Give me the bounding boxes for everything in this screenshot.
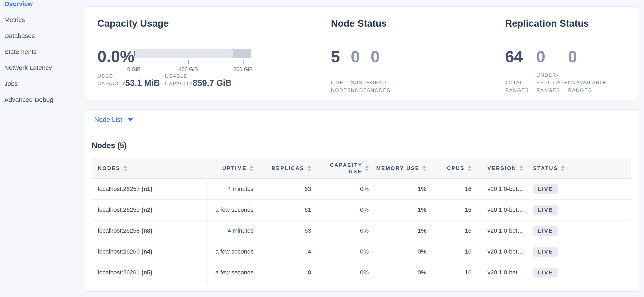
column-header-status[interactable]: STATUS (526, 158, 631, 178)
cpus-cell: 16 (431, 221, 476, 241)
column-header-capacity-use[interactable]: CAPACITY USE (316, 158, 374, 178)
capacity-use-cell: 0% (316, 200, 374, 220)
replication-status-section: Replication Status 64TOTAL RANGES0UNDER-… (505, 18, 633, 29)
version-cell: v20.1.0-bet… (476, 241, 526, 262)
sort-arrows-icon (422, 165, 426, 171)
stat-live-nodes: 5LIVE NODES (331, 48, 351, 94)
node-address-cell: localhost:26260(n4) (92, 241, 208, 262)
overview-page: { "sidebar": { "items": [ { "label": "Ov… (0, 0, 644, 297)
capacity-use-cell: 0% (316, 262, 374, 283)
column-header-cpus[interactable]: CPUS (431, 158, 476, 178)
status-badge: LIVE (533, 247, 558, 257)
table-row-localhost-26258[interactable]: localhost:26258(n3)4 minutes630%1%16v20.… (92, 221, 631, 241)
table-row-localhost-26260[interactable]: localhost:26260(n4)a few seconds40%0%16v… (92, 241, 631, 262)
cpus-cell: 16 (431, 200, 476, 220)
nodes-table-body: localhost:26257(n1)4 minutes630%1%16v20.… (92, 179, 631, 283)
node-id: (n4) (142, 248, 152, 255)
status-badge: LIVE (533, 226, 558, 236)
nodes-table-title: Nodes (5) (92, 141, 127, 150)
node-list-dropdown-label: Node List (94, 116, 122, 124)
status-cell: LIVE (526, 241, 631, 262)
status-cell: LIVE (526, 179, 631, 199)
node-status-section: Node Status 5LIVE NODES0SUSPECT NODES0DE… (331, 18, 480, 29)
usable-capacity-label: USABLE CAPACITY (165, 72, 190, 87)
node-list-selector-bar: Node List (85, 110, 639, 130)
sidebar-item-jobs[interactable]: Jobs (4, 80, 85, 88)
stat-label-total-ranges: TOTAL RANGES (505, 79, 536, 94)
nodes-table: NODESUPTIMEREPLICASCAPACITY USEMEMORY US… (92, 158, 631, 283)
column-header-uptime[interactable]: UPTIME (208, 158, 258, 178)
node-address: localhost:26257 (98, 186, 140, 192)
sort-arrows-icon (250, 165, 254, 171)
sidebar-item-advanced-debug[interactable]: Advanced Debug (4, 96, 85, 104)
column-header-label: CAPACITY USE (330, 162, 362, 175)
stat-label-under-replicated-ranges: UNDER-REPLICATED RANGES (536, 71, 568, 94)
node-address: localhost:26261 (98, 269, 140, 276)
uptime-cell: a few seconds (208, 262, 258, 283)
table-row-localhost-26259[interactable]: localhost:26259(n2)a few seconds610%1%16… (92, 200, 631, 221)
axis-label-0-gib: 0 GiB (127, 66, 141, 72)
column-header-memory-use[interactable]: MEMORY USE (374, 158, 431, 178)
stat-total-ranges: 64TOTAL RANGES (505, 48, 536, 94)
version-cell: v20.1.0-bet… (476, 200, 526, 220)
version-cell: v20.1.0-bet… (476, 179, 526, 199)
used-capacity-value: 53.1 MiB (125, 78, 160, 87)
column-header-version[interactable]: VERSION (476, 158, 526, 178)
sidebar-item-network-latency[interactable]: Network Latency (4, 64, 85, 72)
stat-value-under-replicated-ranges: 0 (536, 48, 568, 65)
capacity-use-cell: 0% (316, 179, 374, 199)
used-capacity-label: USED CAPACITY (98, 72, 122, 87)
memory-use-cell: 0% (374, 262, 431, 283)
sidebar-item-statements[interactable]: Statements (4, 48, 85, 56)
node-id: (n3) (142, 227, 152, 234)
sort-arrows-icon (520, 165, 523, 171)
status-cell: LIVE (526, 200, 631, 220)
column-header-label: UPTIME (222, 165, 247, 171)
status-cell: LIVE (526, 262, 631, 283)
stat-label-live-nodes: LIVE NODES (331, 79, 351, 94)
node-status-stats: 5LIVE NODES0SUSPECT NODES0DEAD NODES (331, 48, 390, 94)
axis-label-400-gib: 400 GiB (179, 66, 198, 72)
table-row-localhost-26257[interactable]: localhost:26257(n1)4 minutes630%1%16v20.… (92, 179, 631, 200)
uptime-cell: a few seconds (208, 241, 258, 262)
capacity-use-cell: 0% (316, 221, 374, 241)
replicas-cell: 61 (258, 200, 316, 220)
node-address-cell: localhost:26258(n3) (92, 221, 208, 241)
sidebar-item-metrics[interactable]: Metrics (4, 16, 85, 24)
replicas-cell: 63 (258, 221, 316, 241)
axis-tick (161, 60, 161, 64)
stat-suspect-nodes: 0SUSPECT NODES (351, 48, 370, 94)
sidebar-item-overview[interactable]: Overview (4, 0, 85, 8)
sort-arrows-icon (123, 165, 127, 171)
column-header-label: CPUS (447, 165, 465, 171)
column-header-label: STATUS (533, 165, 558, 171)
column-header-label: VERSION (488, 165, 516, 171)
stat-label-dead-nodes: DEAD NODES (370, 79, 390, 94)
column-header-label: REPLICAS (272, 165, 304, 171)
status-cell: LIVE (526, 221, 631, 241)
axis-tick (188, 60, 189, 64)
replication-status-title: Replication Status (505, 18, 633, 29)
memory-use-cell: 0% (374, 241, 431, 262)
table-row-localhost-26261[interactable]: localhost:26261(n5)a few seconds00%0%16v… (92, 262, 631, 283)
capacity-gauge-dark-segment (233, 49, 252, 58)
version-cell: v20.1.0-bet… (476, 262, 526, 283)
node-address: localhost:26259 (98, 206, 140, 213)
node-address: localhost:26258 (98, 227, 140, 234)
stat-label-suspect-nodes: SUSPECT NODES (351, 79, 370, 94)
memory-use-cell: 1% (374, 200, 431, 220)
node-status-title: Node Status (331, 18, 480, 29)
capacity-usage-title: Capacity Usage (98, 18, 321, 29)
node-list-panel: Node List Nodes (5) NODESUPTIMEREPLICASC… (85, 109, 639, 292)
replication-status-stats: 64TOTAL RANGES0UNDER-REPLICATED RANGES0U… (505, 48, 606, 94)
sidebar-nav: OverviewMetricsDatabasesStatementsNetwor… (0, 0, 85, 112)
capacity-usage-section: Capacity Usage 0.0% 0 GiB400 GiB800 GiB … (98, 18, 321, 29)
sidebar-item-databases[interactable]: Databases (4, 32, 85, 40)
node-list-dropdown[interactable]: Node List (94, 116, 133, 124)
nodes-table-header-row: NODESUPTIMEREPLICASCAPACITY USEMEMORY US… (92, 158, 631, 179)
column-header-replicas[interactable]: REPLICAS (258, 158, 316, 178)
sort-arrows-icon (365, 165, 369, 171)
column-header-label: MEMORY USE (376, 165, 420, 171)
column-header-nodes[interactable]: NODES (92, 158, 208, 178)
cpus-cell: 16 (431, 262, 476, 283)
